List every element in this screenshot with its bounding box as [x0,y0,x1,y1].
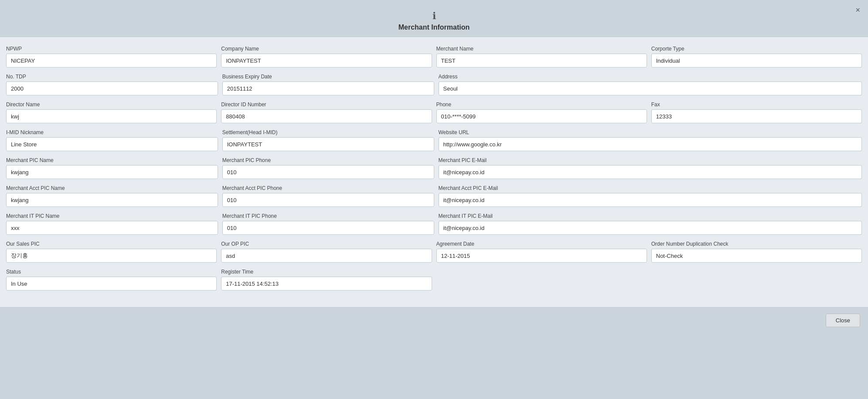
input-merchant-name[interactable] [436,54,647,68]
field-our-op-pic: Our OP PIC [221,241,432,263]
field-merchant-acct-pic-phone: Merchant Acct PIC Phone [222,185,434,207]
field-merchant-name: Merchant Name [436,46,647,68]
close-x-button[interactable]: × [855,6,860,14]
label-director-id-number: Director ID Number [221,101,432,108]
label-no-tdp: No. TDP [6,74,218,80]
label-npwp: NPWP [6,46,217,52]
input-fax[interactable] [651,109,862,123]
label-merchant-it-pic-email: Merchant IT PIC E-Mail [439,213,862,219]
field-director-id-number: Director ID Number [221,101,432,123]
input-merchant-it-pic-name[interactable] [6,221,218,235]
field-business-expiry-date: Business Expiry Date [222,74,434,95]
label-status: Status [6,269,217,275]
input-business-expiry-date[interactable] [222,81,434,95]
field-npwp: NPWP [6,46,217,68]
input-order-number-duplication-check[interactable] [651,249,862,263]
form-row-4: I-MID Nickname Settlement(Head I-MID) We… [6,129,862,151]
input-agreement-date[interactable] [436,249,647,263]
label-director-name: Director Name [6,101,217,108]
input-merchant-acct-pic-name[interactable] [6,193,218,207]
label-merchant-it-pic-name: Merchant IT PIC Name [6,213,218,219]
input-no-tdp[interactable] [6,81,218,95]
input-merchant-acct-pic-email[interactable] [439,193,862,207]
label-merchant-name: Merchant Name [436,46,647,52]
field-merchant-it-pic-phone: Merchant IT PIC Phone [222,213,434,235]
field-merchant-it-pic-email: Merchant IT PIC E-Mail [439,213,862,235]
field-phone: Phone [436,101,647,123]
modal-footer: Close [0,308,868,333]
input-imid-nickname[interactable] [6,137,218,151]
label-agreement-date: Agreement Date [436,241,647,247]
label-company-name: Company Name [221,46,432,52]
input-merchant-acct-pic-phone[interactable] [222,193,434,207]
label-business-expiry-date: Business Expiry Date [222,74,434,80]
label-our-op-pic: Our OP PIC [221,241,432,247]
field-order-number-duplication-check: Order Number Duplication Check [651,241,862,263]
field-website-url: Website URL [439,129,862,151]
input-npwp[interactable] [6,54,217,68]
input-settlement-head-imid[interactable] [222,137,434,151]
field-merchant-pic-email: Merchant PIC E-Mail [439,157,862,179]
field-merchant-pic-phone: Merchant PIC Phone [222,157,434,179]
input-director-name[interactable] [6,109,217,123]
form-row-3: Director Name Director ID Number Phone F… [6,101,862,123]
field-merchant-it-pic-name: Merchant IT PIC Name [6,213,218,235]
form-row-6: Merchant Acct PIC Name Merchant Acct PIC… [6,185,862,207]
field-register-time: Register Time [221,269,432,291]
form-row-2: No. TDP Business Expiry Date Address [6,74,862,95]
label-merchant-acct-pic-email: Merchant Acct PIC E-Mail [439,185,862,191]
field-no-tdp: No. TDP [6,74,218,95]
input-our-sales-pic[interactable] [6,249,217,263]
close-footer-button[interactable]: Close [826,314,860,327]
label-register-time: Register Time [221,269,432,275]
field-director-name: Director Name [6,101,217,123]
label-address: Address [439,74,862,80]
input-our-op-pic[interactable] [221,249,432,263]
input-phone[interactable] [436,109,647,123]
form-row-1: NPWP Company Name Merchant Name Corporte… [6,46,862,68]
modal-header: ℹ Merchant Information [0,0,868,37]
input-merchant-pic-email[interactable] [439,165,862,179]
label-corporte-type: Corporte Type [651,46,862,52]
input-director-id-number[interactable] [221,109,432,123]
input-corporte-type[interactable] [651,54,862,68]
label-settlement-head-imid: Settlement(Head I-MID) [222,129,434,135]
modal-overlay: × ℹ Merchant Information NPWP Company Na… [0,0,868,399]
label-website-url: Website URL [439,129,862,135]
field-corporte-type: Corporte Type [651,46,862,68]
input-register-time[interactable] [221,277,432,291]
label-merchant-pic-email: Merchant PIC E-Mail [439,157,862,163]
input-merchant-pic-phone[interactable] [222,165,434,179]
label-our-sales-pic: Our Sales PIC [6,241,217,247]
label-merchant-pic-name: Merchant PIC Name [6,157,218,163]
label-fax: Fax [651,101,862,108]
label-order-number-duplication-check: Order Number Duplication Check [651,241,862,247]
input-merchant-it-pic-email[interactable] [439,221,862,235]
input-merchant-it-pic-phone[interactable] [222,221,434,235]
field-imid-nickname: I-MID Nickname [6,129,218,151]
field-settlement-head-imid: Settlement(Head I-MID) [222,129,434,151]
field-address: Address [439,74,862,95]
field-our-sales-pic: Our Sales PIC [6,241,217,263]
label-merchant-acct-pic-phone: Merchant Acct PIC Phone [222,185,434,191]
field-company-name: Company Name [221,46,432,68]
input-company-name[interactable] [221,54,432,68]
field-fax: Fax [651,101,862,123]
modal-body: NPWP Company Name Merchant Name Corporte… [0,37,868,307]
input-website-url[interactable] [439,137,862,151]
form-row-9: Status Register Time [6,269,862,291]
form-row-8: Our Sales PIC Our OP PIC Agreement Date … [6,241,862,263]
form-row-7: Merchant IT PIC Name Merchant IT PIC Pho… [6,213,862,235]
input-merchant-pic-name[interactable] [6,165,218,179]
label-merchant-it-pic-phone: Merchant IT PIC Phone [222,213,434,219]
input-status[interactable] [6,277,217,291]
info-icon: ℹ [0,10,868,22]
field-merchant-acct-pic-name: Merchant Acct PIC Name [6,185,218,207]
field-merchant-acct-pic-email: Merchant Acct PIC E-Mail [439,185,862,207]
input-address[interactable] [439,81,862,95]
label-imid-nickname: I-MID Nickname [6,129,218,135]
field-status: Status [6,269,217,291]
label-phone: Phone [436,101,647,108]
form-row-5: Merchant PIC Name Merchant PIC Phone Mer… [6,157,862,179]
label-merchant-acct-pic-name: Merchant Acct PIC Name [6,185,218,191]
